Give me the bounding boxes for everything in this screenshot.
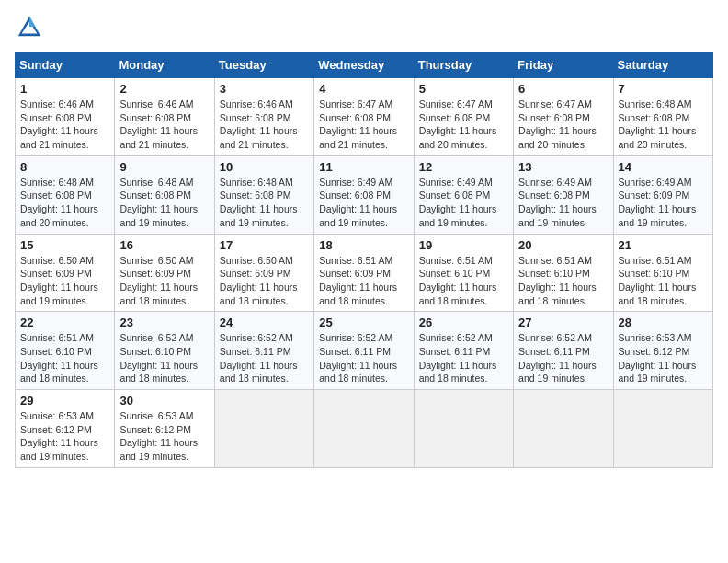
day-detail: Sunrise: 6:49 AMSunset: 6:08 PMDaylight:…	[419, 177, 497, 228]
day-detail: Sunrise: 6:52 AMSunset: 6:11 PMDaylight:…	[518, 332, 597, 384]
day-number: 27	[518, 316, 608, 329]
day-number: 11	[319, 160, 408, 174]
day-detail: Sunrise: 6:51 AMSunset: 6:09 PMDaylight:…	[319, 255, 397, 306]
calendar-cell-15: 15Sunrise: 6:50 AMSunset: 6:09 PMDayligh…	[16, 234, 115, 312]
calendar-header-friday: Friday	[514, 52, 613, 78]
day-number: 17	[220, 238, 309, 252]
day-number: 9	[119, 160, 209, 174]
svg-marker-2	[29, 17, 36, 27]
day-number: 14	[619, 160, 708, 174]
calendar-cell-23: 23Sunrise: 6:52 AMSunset: 6:10 PMDayligh…	[115, 312, 214, 390]
calendar-cell-empty	[314, 390, 414, 468]
day-detail: Sunrise: 6:48 AMSunset: 6:08 PMDaylight:…	[20, 177, 98, 228]
calendar-week-1: 1Sunrise: 6:46 AMSunset: 6:08 PMDaylight…	[16, 78, 713, 156]
day-detail: Sunrise: 6:53 AMSunset: 6:12 PMDaylight:…	[119, 410, 198, 462]
logo-icon	[17, 15, 42, 40]
day-detail: Sunrise: 6:46 AMSunset: 6:08 PMDaylight:…	[220, 98, 298, 150]
day-detail: Sunrise: 6:48 AMSunset: 6:08 PMDaylight:…	[619, 98, 697, 150]
day-detail: Sunrise: 6:53 AMSunset: 6:12 PMDaylight:…	[619, 332, 697, 384]
calendar-cell-24: 24Sunrise: 6:52 AMSunset: 6:11 PMDayligh…	[214, 312, 313, 390]
day-detail: Sunrise: 6:49 AMSunset: 6:08 PMDaylight:…	[319, 177, 397, 228]
day-number: 5	[419, 82, 508, 96]
calendar-cell-11: 11Sunrise: 6:49 AMSunset: 6:08 PMDayligh…	[314, 155, 414, 234]
calendar-cell-14: 14Sunrise: 6:49 AMSunset: 6:09 PMDayligh…	[613, 155, 712, 234]
calendar-header-wednesday: Wednesday	[314, 52, 414, 78]
calendar-cell-29: 29Sunrise: 6:53 AMSunset: 6:12 PMDayligh…	[16, 390, 115, 468]
calendar-cell-1: 1Sunrise: 6:46 AMSunset: 6:08 PMDaylight…	[16, 78, 115, 156]
day-number: 23	[119, 316, 209, 329]
day-number: 16	[119, 238, 209, 252]
day-detail: Sunrise: 6:46 AMSunset: 6:08 PMDaylight:…	[119, 98, 198, 150]
day-number: 22	[20, 316, 109, 329]
day-number: 4	[319, 82, 408, 96]
calendar-cell-4: 4Sunrise: 6:47 AMSunset: 6:08 PMDaylight…	[314, 78, 414, 156]
calendar-cell-8: 8Sunrise: 6:48 AMSunset: 6:08 PMDaylight…	[16, 155, 115, 234]
header	[15, 15, 713, 40]
day-number: 28	[619, 316, 708, 329]
calendar-cell-9: 9Sunrise: 6:48 AMSunset: 6:08 PMDaylight…	[115, 155, 214, 234]
calendar-cell-25: 25Sunrise: 6:52 AMSunset: 6:11 PMDayligh…	[314, 312, 414, 390]
day-detail: Sunrise: 6:52 AMSunset: 6:11 PMDaylight:…	[419, 332, 497, 384]
calendar-cell-empty	[214, 390, 313, 468]
day-detail: Sunrise: 6:50 AMSunset: 6:09 PMDaylight:…	[220, 255, 298, 306]
calendar-header-tuesday: Tuesday	[214, 52, 313, 78]
calendar-cell-12: 12Sunrise: 6:49 AMSunset: 6:08 PMDayligh…	[414, 155, 513, 234]
calendar-body: 1Sunrise: 6:46 AMSunset: 6:08 PMDaylight…	[16, 78, 713, 468]
day-detail: Sunrise: 6:51 AMSunset: 6:10 PMDaylight:…	[518, 255, 597, 306]
day-detail: Sunrise: 6:46 AMSunset: 6:08 PMDaylight:…	[20, 98, 98, 150]
calendar-week-3: 15Sunrise: 6:50 AMSunset: 6:09 PMDayligh…	[16, 234, 713, 312]
day-number: 26	[419, 316, 508, 329]
calendar-cell-3: 3Sunrise: 6:46 AMSunset: 6:08 PMDaylight…	[214, 78, 313, 156]
calendar-cell-28: 28Sunrise: 6:53 AMSunset: 6:12 PMDayligh…	[613, 312, 712, 390]
day-number: 19	[419, 238, 508, 252]
calendar-cell-empty	[514, 390, 613, 468]
calendar-header-monday: Monday	[115, 52, 214, 78]
day-detail: Sunrise: 6:52 AMSunset: 6:11 PMDaylight:…	[319, 332, 397, 384]
calendar-week-5: 29Sunrise: 6:53 AMSunset: 6:12 PMDayligh…	[16, 390, 713, 468]
calendar-header-row: SundayMondayTuesdayWednesdayThursdayFrid…	[16, 52, 713, 78]
day-number: 12	[419, 160, 508, 174]
calendar-cell-6: 6Sunrise: 6:47 AMSunset: 6:08 PMDaylight…	[514, 78, 613, 156]
day-detail: Sunrise: 6:50 AMSunset: 6:09 PMDaylight:…	[119, 255, 198, 306]
calendar-cell-16: 16Sunrise: 6:50 AMSunset: 6:09 PMDayligh…	[115, 234, 214, 312]
day-number: 6	[518, 82, 608, 96]
day-detail: Sunrise: 6:47 AMSunset: 6:08 PMDaylight:…	[518, 98, 597, 150]
calendar-cell-30: 30Sunrise: 6:53 AMSunset: 6:12 PMDayligh…	[115, 390, 214, 468]
day-number: 18	[319, 238, 408, 252]
calendar-week-2: 8Sunrise: 6:48 AMSunset: 6:08 PMDaylight…	[16, 155, 713, 234]
day-detail: Sunrise: 6:48 AMSunset: 6:08 PMDaylight:…	[119, 177, 198, 228]
day-detail: Sunrise: 6:49 AMSunset: 6:08 PMDaylight:…	[518, 177, 597, 228]
calendar-cell-21: 21Sunrise: 6:51 AMSunset: 6:10 PMDayligh…	[613, 234, 712, 312]
calendar-week-4: 22Sunrise: 6:51 AMSunset: 6:10 PMDayligh…	[16, 312, 713, 390]
day-detail: Sunrise: 6:52 AMSunset: 6:10 PMDaylight:…	[119, 332, 198, 384]
day-detail: Sunrise: 6:51 AMSunset: 6:10 PMDaylight:…	[20, 332, 98, 384]
calendar-cell-27: 27Sunrise: 6:52 AMSunset: 6:11 PMDayligh…	[514, 312, 613, 390]
calendar-cell-18: 18Sunrise: 6:51 AMSunset: 6:09 PMDayligh…	[314, 234, 414, 312]
day-number: 24	[220, 316, 309, 329]
day-detail: Sunrise: 6:52 AMSunset: 6:11 PMDaylight:…	[220, 332, 298, 384]
day-number: 13	[518, 160, 608, 174]
day-number: 20	[518, 238, 608, 252]
day-detail: Sunrise: 6:53 AMSunset: 6:12 PMDaylight:…	[20, 410, 98, 462]
day-detail: Sunrise: 6:51 AMSunset: 6:10 PMDaylight:…	[619, 255, 697, 306]
calendar-cell-10: 10Sunrise: 6:48 AMSunset: 6:08 PMDayligh…	[214, 155, 313, 234]
day-number: 15	[20, 238, 109, 252]
calendar-cell-empty	[613, 390, 712, 468]
day-number: 10	[220, 160, 309, 174]
calendar-cell-26: 26Sunrise: 6:52 AMSunset: 6:11 PMDayligh…	[414, 312, 513, 390]
calendar-cell-7: 7Sunrise: 6:48 AMSunset: 6:08 PMDaylight…	[613, 78, 712, 156]
day-number: 25	[319, 316, 408, 329]
calendar-cell-13: 13Sunrise: 6:49 AMSunset: 6:08 PMDayligh…	[514, 155, 613, 234]
day-detail: Sunrise: 6:51 AMSunset: 6:10 PMDaylight:…	[419, 255, 497, 306]
day-number: 3	[220, 82, 309, 96]
logo	[15, 15, 44, 40]
calendar-header-thursday: Thursday	[414, 52, 513, 78]
calendar-header-saturday: Saturday	[613, 52, 712, 78]
calendar-cell-17: 17Sunrise: 6:50 AMSunset: 6:09 PMDayligh…	[214, 234, 313, 312]
day-number: 2	[119, 82, 209, 96]
day-detail: Sunrise: 6:50 AMSunset: 6:09 PMDaylight:…	[20, 255, 98, 306]
day-number: 1	[20, 82, 109, 96]
calendar-cell-5: 5Sunrise: 6:47 AMSunset: 6:08 PMDaylight…	[414, 78, 513, 156]
calendar-table: SundayMondayTuesdayWednesdayThursdayFrid…	[15, 52, 713, 468]
day-detail: Sunrise: 6:47 AMSunset: 6:08 PMDaylight:…	[419, 98, 497, 150]
